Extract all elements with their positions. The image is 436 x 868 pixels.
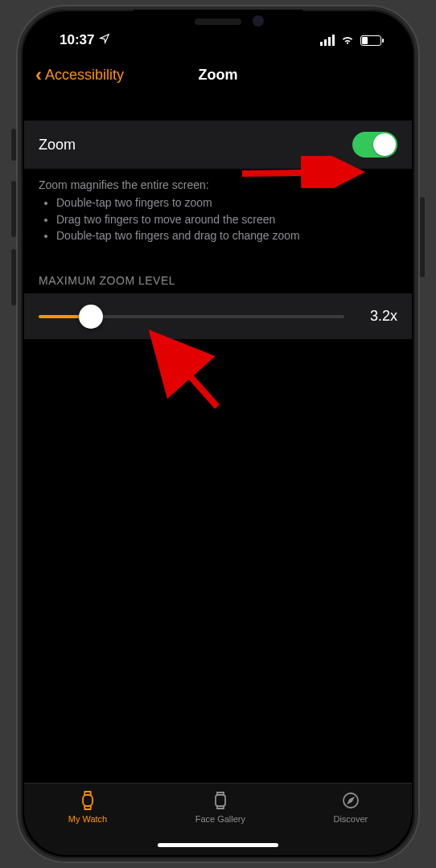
svg-rect-2	[83, 795, 93, 806]
max-zoom-value: 3.2x	[357, 308, 397, 325]
zoom-helper-text: Zoom magnifies the entire screen: Double…	[24, 169, 412, 244]
notch	[134, 10, 302, 35]
status-time: 10:37	[60, 32, 94, 48]
screen: 10:37	[24, 13, 412, 855]
max-zoom-section-header: MAXIMUM ZOOM LEVEL	[24, 244, 412, 293]
chevron-left-icon: ‹	[35, 65, 42, 84]
watch-icon	[76, 790, 99, 811]
max-zoom-slider[interactable]	[39, 315, 344, 318]
svg-line-1	[153, 334, 217, 407]
tab-discover[interactable]: Discover	[333, 790, 368, 824]
back-button[interactable]: ‹ Accessibility	[35, 65, 124, 84]
cellular-signal-icon	[320, 35, 335, 46]
zoom-row-label: Zoom	[39, 137, 76, 154]
compass-icon	[339, 790, 362, 811]
svg-rect-3	[216, 795, 225, 806]
helper-item: Drag two fingers to move around the scre…	[56, 211, 397, 227]
tab-bar: My Watch Face Gallery Di	[24, 783, 412, 855]
tab-face-gallery[interactable]: Face Gallery	[195, 790, 245, 824]
nav-bar: ‹ Accessibility Zoom	[24, 53, 412, 96]
content: Zoom Zoom magnifies the entire screen: D…	[24, 96, 412, 339]
zoom-toggle[interactable]	[352, 132, 397, 158]
toggle-knob	[373, 133, 396, 156]
helper-item: Double-tap two fingers to zoom	[56, 194, 397, 211]
face-gallery-icon	[209, 790, 232, 811]
slider-thumb[interactable]	[79, 305, 103, 329]
tab-label: Discover	[333, 814, 368, 824]
tab-label: Face Gallery	[195, 814, 245, 824]
tab-my-watch[interactable]: My Watch	[68, 790, 108, 824]
zoom-toggle-row: Zoom	[24, 121, 412, 169]
battery-icon	[360, 35, 381, 46]
location-icon	[99, 32, 110, 48]
wifi-icon	[340, 32, 355, 48]
home-indicator[interactable]	[158, 843, 278, 847]
max-zoom-slider-row: 3.2x	[24, 293, 412, 339]
tab-label: My Watch	[68, 814, 108, 824]
helper-heading: Zoom magnifies the entire screen:	[39, 177, 397, 193]
phone-frame: 10:37	[18, 6, 418, 862]
back-label: Accessibility	[45, 67, 124, 84]
helper-item: Double-tap two fingers and drag to chang…	[56, 227, 397, 244]
